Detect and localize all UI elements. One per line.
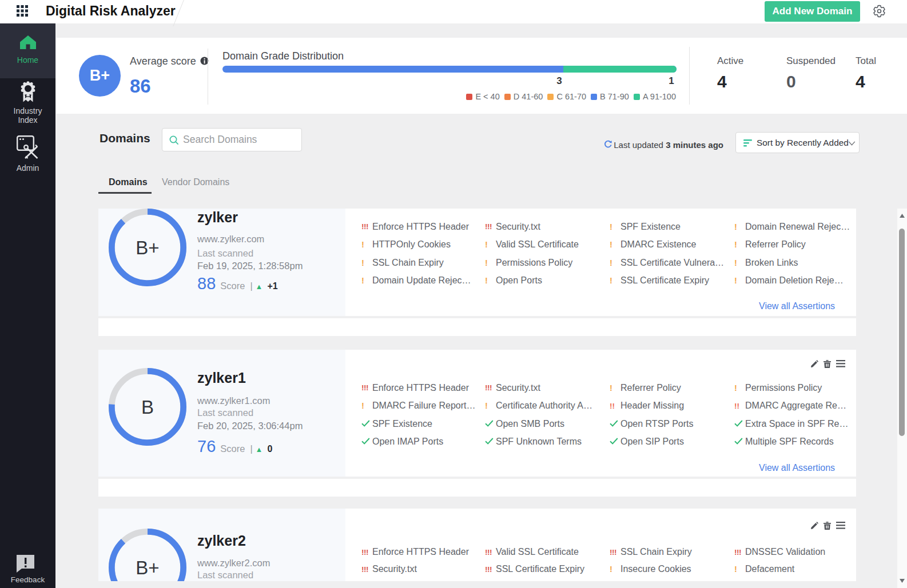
svg-text:B+: B+: [136, 557, 159, 578]
svg-text:B: B: [141, 397, 154, 418]
svg-text:B+: B+: [136, 237, 159, 258]
